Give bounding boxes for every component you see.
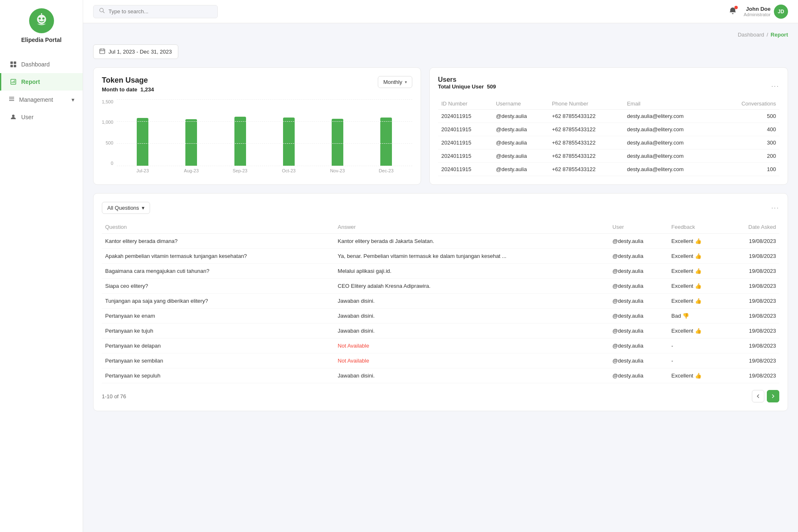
questions-panel-menu[interactable]: ··· — [771, 204, 779, 212]
q-feedback: Excellent 👍 — [668, 234, 725, 249]
users-title-area: Users Total Unique User 509 — [438, 76, 496, 96]
q-question: Pertanyaan ke tujuh — [102, 324, 335, 338]
token-usage-subtitle: Month to date 1,234 — [102, 86, 154, 93]
users-subtitle: Total Unique User 509 — [438, 83, 496, 90]
notification-dot — [734, 6, 738, 9]
sidebar-item-report[interactable]: Report — [0, 73, 83, 91]
logo-icon — [29, 8, 54, 33]
user-conversations: 500 — [718, 110, 779, 123]
user-email: desty.aulia@elitery.com — [623, 123, 718, 136]
monthly-chevron-icon: ▾ — [405, 80, 407, 84]
q-question: Siapa ceo elitery? — [102, 279, 335, 294]
chart-col-aug — [169, 119, 214, 166]
all-questions-chevron-icon: ▾ — [142, 205, 145, 211]
pagination-next-button[interactable] — [767, 390, 779, 402]
q-feedback: Excellent 👍 — [668, 324, 725, 338]
grid-line-bottom — [117, 166, 412, 166]
questions-table: Question Answer User Feedback Date Asked… — [102, 221, 779, 383]
chart-col-oct — [266, 118, 311, 166]
all-questions-filter[interactable]: All Questions ▾ — [102, 202, 150, 214]
bar-dec — [380, 118, 392, 166]
breadcrumb-dashboard[interactable]: Dashboard — [738, 32, 764, 38]
q-col-question: Question — [102, 221, 335, 234]
sidebar-nav: Dashboard Report Management ▾ User — [0, 56, 83, 126]
sidebar-item-dashboard-label: Dashboard — [21, 61, 50, 68]
notification-button[interactable] — [729, 7, 737, 17]
q-question: Kantor elitery berada dimana? — [102, 234, 335, 249]
svg-point-2 — [42, 17, 44, 20]
users-table-header: ID Number Username Phone Number Email Co… — [438, 98, 779, 110]
user-username: @desty.aulia — [493, 123, 549, 136]
user-avatar[interactable]: JD — [774, 5, 788, 19]
chart-container: 1,500 1,000 500 0 — [102, 99, 412, 173]
col-conversations: Conversations — [718, 98, 779, 110]
table-row: 2024011915 @desty.aulia +62 87855433122 … — [438, 163, 779, 176]
svg-rect-6 — [14, 61, 16, 64]
q-answer: Jawaban disini. — [335, 324, 609, 338]
answer-text: Jawaban disini. — [338, 328, 375, 334]
pagination-label: 1-10 of 76 — [102, 393, 126, 400]
user-details: John Doe Administrator — [744, 6, 771, 17]
col-email: Email — [623, 98, 718, 110]
search-input[interactable] — [108, 8, 212, 15]
search-area[interactable] — [93, 5, 218, 18]
user-icon — [10, 113, 17, 121]
q-user: @desty.aulia — [609, 324, 668, 338]
user-conversations: 400 — [718, 123, 779, 136]
q-answer: Melalui aplikasi gaji.id. — [335, 264, 609, 279]
monthly-select[interactable]: Monthly ▾ — [378, 76, 412, 88]
table-row: Pertanyaan ke sepuluh Jawaban disini. @d… — [102, 368, 779, 383]
search-icon — [99, 8, 105, 15]
answer-text: CEO Elitery adalah Kresna Adiprawira. — [338, 283, 431, 289]
svg-rect-8 — [14, 65, 16, 67]
token-usage-value: 1,234 — [140, 86, 154, 93]
svg-rect-7 — [10, 65, 13, 67]
sidebar-item-dashboard[interactable]: Dashboard — [0, 56, 83, 73]
topbar: John Doe Administrator JD — [83, 0, 798, 23]
bar-oct — [283, 118, 295, 166]
user-email: desty.aulia@elitery.com — [623, 136, 718, 150]
user-conversations: 100 — [718, 163, 779, 176]
logo-container: Elipedia Portal — [21, 8, 62, 43]
q-answer: Not Available — [335, 338, 609, 353]
q-date: 19/08/2023 — [726, 249, 779, 264]
users-panel-header: Users Total Unique User 509 ··· — [438, 76, 779, 96]
chart-col-nov — [315, 119, 360, 166]
table-row: Apakah pembelian vitamin termasuk tunjan… — [102, 249, 779, 264]
q-user: @desty.aulia — [609, 279, 668, 294]
q-user: @desty.aulia — [609, 264, 668, 279]
col-id: ID Number — [438, 98, 493, 110]
breadcrumb: Dashboard / Report — [93, 32, 788, 38]
q-col-answer: Answer — [335, 221, 609, 234]
q-feedback: Excellent 👍 — [668, 279, 725, 294]
date-filter-button[interactable]: Jul 1, 2023 - Dec 31, 2023 — [93, 44, 178, 59]
svg-rect-19 — [100, 49, 105, 54]
sidebar-item-user[interactable]: User — [0, 108, 83, 126]
chart-col-jul — [120, 118, 165, 166]
report-icon — [10, 78, 17, 86]
q-col-date: Date Asked — [726, 221, 779, 234]
questions-header: All Questions ▾ ··· — [102, 202, 779, 214]
q-question: Pertanyaan ke sembilan — [102, 353, 335, 368]
token-usage-panel: Token Usage Month to date 1,234 Monthly … — [93, 67, 421, 185]
q-user: @desty.aulia — [609, 249, 668, 264]
answer-text: Ya, benar. Pembelian vitamin termasuk ke… — [338, 253, 507, 259]
q-answer: Kantor elitery berada di Jakarta Selatan… — [335, 234, 609, 249]
table-row: 2024011915 @desty.aulia +62 87855433122 … — [438, 110, 779, 123]
topbar-right: John Doe Administrator JD — [729, 5, 788, 19]
q-answer: Jawaban disini. — [335, 294, 609, 309]
user-id: 2024011915 — [438, 163, 493, 176]
q-user: @desty.aulia — [609, 338, 668, 353]
yaxis-500: 500 — [102, 140, 113, 145]
bar-jul — [137, 118, 148, 166]
chart-col-sep — [217, 117, 263, 166]
user-info: John Doe Administrator JD — [744, 5, 788, 19]
q-date: 19/08/2023 — [726, 264, 779, 279]
user-conversations: 300 — [718, 136, 779, 150]
q-col-feedback: Feedback — [668, 221, 725, 234]
q-user: @desty.aulia — [609, 368, 668, 383]
table-row: 2024011915 @desty.aulia +62 87855433122 … — [438, 136, 779, 150]
sidebar-item-management[interactable]: Management ▾ — [0, 91, 83, 108]
pagination-prev-button[interactable] — [752, 390, 764, 402]
users-panel-menu[interactable]: ··· — [771, 83, 779, 90]
